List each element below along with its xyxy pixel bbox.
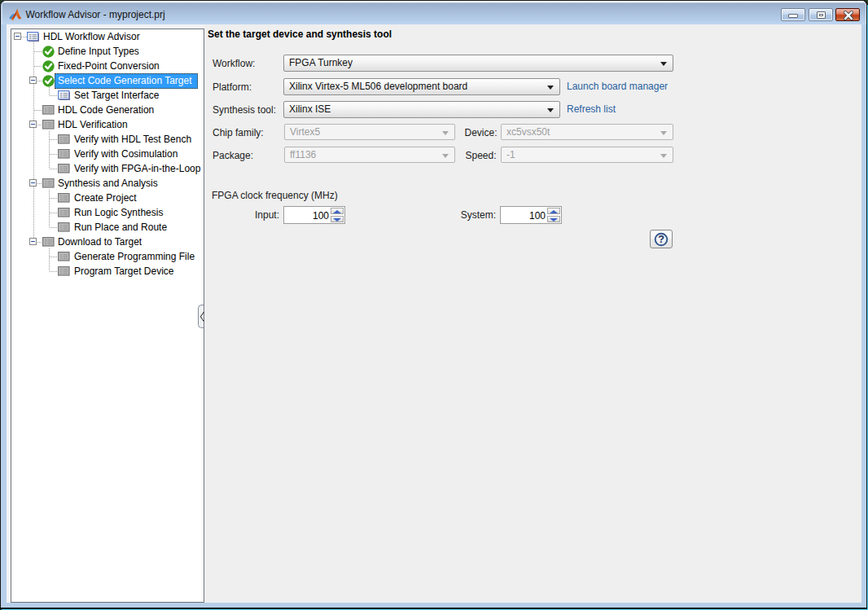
svg-text:?: ? — [658, 234, 664, 245]
